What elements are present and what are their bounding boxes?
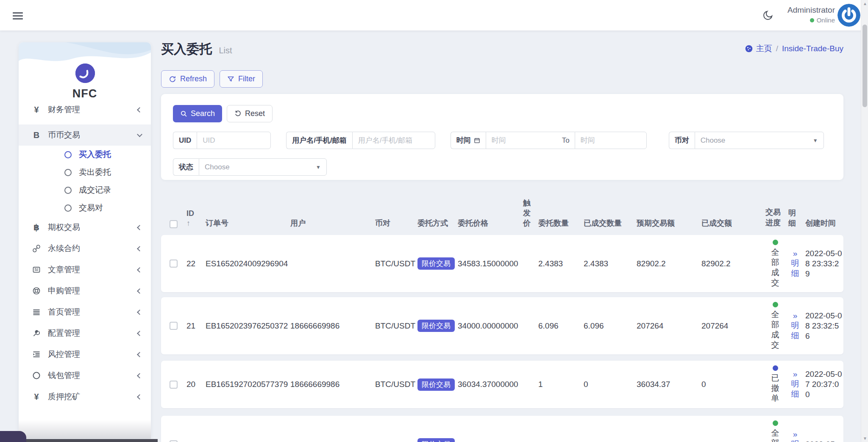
- sidebar-item-trading-pairs[interactable]: 交易对: [19, 199, 151, 217]
- lines-icon: [31, 307, 42, 317]
- sidebar-item-options-trade[interactable]: ฿ 期权交易: [19, 217, 151, 238]
- time-from-input[interactable]: [486, 132, 557, 149]
- radio-icon: [64, 169, 72, 176]
- sidebar-item-sell-orders[interactable]: 卖出委托: [19, 163, 151, 181]
- cell-pair: BTC/USDT: [375, 259, 417, 268]
- header-method: 委托方式: [417, 218, 458, 228]
- logo-text: NFC: [19, 87, 151, 100]
- chevron-left-icon: [137, 267, 142, 273]
- cell-filled-amt: 207264: [701, 321, 765, 331]
- search-button[interactable]: Search: [173, 105, 222, 122]
- radio-icon: [64, 204, 72, 212]
- sidebar-item-spot-trade[interactable]: B 币币交易: [19, 124, 151, 146]
- cell-expected: 36034.37: [637, 380, 701, 389]
- cell-pair: BTC/USDT: [375, 380, 417, 389]
- detail-link[interactable]: » 明细: [787, 311, 803, 341]
- cell-id: 22: [186, 259, 206, 268]
- status-filter-group: 状态 Choose ▼: [173, 158, 327, 176]
- select-arrow-icon: ▼: [813, 138, 818, 144]
- sidebar: NFC ¥ 财务管理 B 币币交易 买入委托 卖出委托 成交记录 交易对 ฿ 期…: [19, 42, 151, 439]
- sidebar-item-buy-orders[interactable]: 买入委托: [19, 146, 151, 163]
- cell-filled-qty: 2.4383: [584, 259, 637, 268]
- header-filled-qty: 已成交数量: [584, 218, 637, 228]
- header-detail: 明细: [787, 208, 805, 228]
- user-input[interactable]: [352, 132, 435, 149]
- detail-link[interactable]: » 明细: [787, 430, 803, 442]
- user-filter-group: 用户名/手机/邮箱: [286, 132, 435, 149]
- corner-decoration: [0, 431, 26, 442]
- reset-button[interactable]: Reset: [227, 105, 273, 122]
- cell-filled-qty: 6.096: [584, 321, 637, 331]
- header-amount: 委托数量: [538, 218, 584, 228]
- page-subtitle: List: [219, 46, 232, 55]
- wrench-icon: [31, 328, 42, 338]
- order-type-badge: 限价交易: [417, 378, 455, 391]
- table-row: 21 EB1652023976250372 18666669986 BTC/US…: [161, 297, 843, 354]
- sidebar-item-staking[interactable]: ¥ 质押挖矿: [19, 386, 151, 407]
- chevron-down-icon: [137, 132, 142, 137]
- sidebar-item-homepage[interactable]: 首页管理: [19, 301, 151, 323]
- cell-expected: 82902.2: [637, 259, 701, 268]
- status-dot-icon: [773, 302, 778, 307]
- logo: [75, 64, 95, 83]
- user-block[interactable]: Administrator Online: [782, 6, 835, 24]
- table-header: ID ↑ 订单号 用户 币对 委托方式 委托价格 触发价 委托数量 已成交数量 …: [161, 190, 843, 235]
- select-arrow-icon: ▼: [316, 164, 321, 170]
- sidebar-item-articles[interactable]: 文章管理: [19, 259, 151, 280]
- pair-filter-group: 币对 Choose ▼: [669, 132, 824, 149]
- sidebar-item-subscription[interactable]: 申购管理: [19, 280, 151, 301]
- row-checkbox[interactable]: [170, 381, 178, 389]
- pair-select[interactable]: Choose ▼: [695, 132, 824, 149]
- cell-id: 21: [186, 321, 206, 331]
- cell-amount: 2.4383: [538, 259, 584, 268]
- header-id[interactable]: ID ↑: [186, 209, 206, 228]
- detail-link[interactable]: » 明细: [787, 370, 803, 399]
- sidebar-item-finance[interactable]: ¥ 财务管理: [19, 106, 151, 120]
- main-content: 买入委托 List 主页 / Inside-Trade-Buy Refresh …: [161, 30, 843, 442]
- order-type-badge: 限价交易: [417, 438, 455, 442]
- sidebar-item-config[interactable]: 配置管理: [19, 323, 151, 344]
- row-checkbox[interactable]: [170, 440, 178, 442]
- status-dot-icon: [773, 365, 778, 371]
- time-to-input[interactable]: [575, 132, 647, 149]
- status-select[interactable]: Choose ▼: [199, 158, 327, 176]
- double-chevron-icon: »: [793, 370, 798, 379]
- circle-icon: [31, 370, 42, 381]
- time-filter-group: 时间 To: [451, 132, 647, 149]
- cell-created: 2022-05-07 20:37:00: [805, 369, 843, 400]
- cell-created: 2022-05-08 23:32:56: [805, 311, 843, 341]
- scroll-down-icon[interactable]: ▼: [863, 436, 867, 440]
- cell-amount: 1: [538, 380, 584, 389]
- avatar[interactable]: [837, 4, 860, 27]
- refresh-button[interactable]: Refresh: [161, 70, 214, 88]
- cell-price: 34583.15000000: [458, 259, 522, 268]
- breadcrumb-home-link[interactable]: 主页: [745, 43, 772, 54]
- row-checkbox[interactable]: [170, 322, 178, 330]
- sidebar-item-risk-control[interactable]: 风控管理: [19, 344, 151, 365]
- menu-toggle-icon[interactable]: [13, 11, 23, 20]
- scroll-up-icon[interactable]: ▲: [863, 2, 867, 6]
- letter-b-icon: B: [31, 130, 42, 140]
- chevron-left-icon: [137, 352, 142, 357]
- detail-link[interactable]: » 明细: [787, 249, 803, 279]
- dark-mode-icon[interactable]: [762, 9, 774, 21]
- order-type-badge: 限价交易: [417, 257, 455, 270]
- search-icon: [180, 110, 187, 117]
- sidebar-item-wallet[interactable]: 钱包管理: [19, 365, 151, 386]
- row-checkbox[interactable]: [170, 260, 178, 268]
- scrollbar-thumb[interactable]: [862, 25, 867, 107]
- sidebar-item-perpetual-contract[interactable]: 永续合约: [19, 238, 151, 259]
- page-scrollbar[interactable]: ▲ ▼: [861, 0, 868, 442]
- cell-pair: BTC/USDT: [375, 321, 417, 331]
- breadcrumb-current[interactable]: Inside-Trade-Buy: [782, 44, 843, 53]
- sort-asc-icon[interactable]: ↑: [186, 218, 203, 228]
- header-filled-amt: 已成交额: [701, 218, 765, 228]
- sidebar-item-trade-records[interactable]: 成交记录: [19, 181, 151, 199]
- filter-button[interactable]: Filter: [220, 70, 263, 88]
- user-status: Online: [782, 17, 835, 24]
- uid-input[interactable]: [197, 132, 271, 149]
- yen-icon: ¥: [31, 392, 42, 402]
- select-all-checkbox[interactable]: [170, 220, 178, 228]
- undo-icon: [234, 110, 242, 117]
- cell-user: 18666669986: [290, 321, 375, 331]
